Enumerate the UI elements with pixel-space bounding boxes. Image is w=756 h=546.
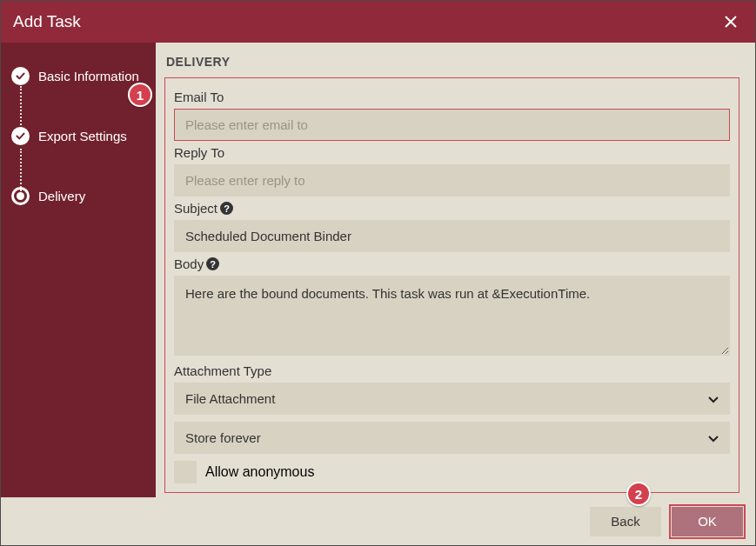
- content-area: DELIVERY Email To Reply To Subject ? Bod…: [156, 43, 755, 497]
- step-export-settings[interactable]: Export Settings: [11, 127, 145, 145]
- allow-anonymous-label: Allow anonymous: [205, 464, 314, 480]
- subject-input[interactable]: [174, 220, 730, 252]
- close-icon[interactable]: [719, 10, 743, 34]
- attachment-type-select[interactable]: File Attachment: [174, 383, 730, 415]
- add-task-window: Add Task Basic Information: [0, 0, 756, 546]
- step-basic-information[interactable]: Basic Information: [11, 67, 145, 85]
- reply-to-input[interactable]: [174, 164, 730, 196]
- back-button[interactable]: Back: [590, 507, 661, 536]
- help-icon[interactable]: ?: [220, 202, 233, 215]
- body-textarea[interactable]: [174, 276, 730, 356]
- titlebar: Add Task: [1, 1, 755, 43]
- select-value: Store forever: [185, 430, 261, 445]
- window-title: Add Task: [13, 12, 81, 31]
- check-icon: [11, 67, 30, 85]
- delivery-form: Email To Reply To Subject ? Body ? Attac…: [164, 77, 739, 493]
- email-to-label: Email To: [174, 90, 730, 104]
- chevron-down-icon: [708, 431, 719, 445]
- step-label: Basic Information: [38, 69, 139, 83]
- attachment-type-label: Attachment Type: [174, 363, 730, 378]
- annotation-badge-1: 1: [128, 83, 152, 107]
- select-value: File Attachment: [185, 391, 275, 406]
- chevron-down-icon: [708, 392, 719, 406]
- step-label: Delivery: [38, 189, 85, 203]
- dialog-body: Basic Information Export Settings Delive…: [1, 43, 755, 497]
- help-icon[interactable]: ?: [206, 257, 219, 270]
- reply-to-label: Reply To: [174, 145, 730, 160]
- check-icon: [11, 127, 30, 145]
- radio-current-icon: [11, 187, 30, 205]
- section-title: DELIVERY: [166, 55, 739, 69]
- email-to-input[interactable]: [174, 109, 730, 141]
- sidebar: Basic Information Export Settings Delive…: [1, 43, 156, 497]
- checkbox-icon[interactable]: [174, 461, 197, 483]
- body-label: Body ?: [174, 256, 730, 271]
- step-delivery[interactable]: Delivery: [11, 187, 145, 205]
- annotation-badge-2: 2: [626, 482, 651, 506]
- allow-anonymous-row[interactable]: Allow anonymous: [174, 461, 730, 483]
- subject-label: Subject ?: [174, 201, 730, 216]
- store-duration-select[interactable]: Store forever: [174, 422, 730, 454]
- step-label: Export Settings: [38, 129, 127, 143]
- ok-button[interactable]: OK: [672, 507, 743, 536]
